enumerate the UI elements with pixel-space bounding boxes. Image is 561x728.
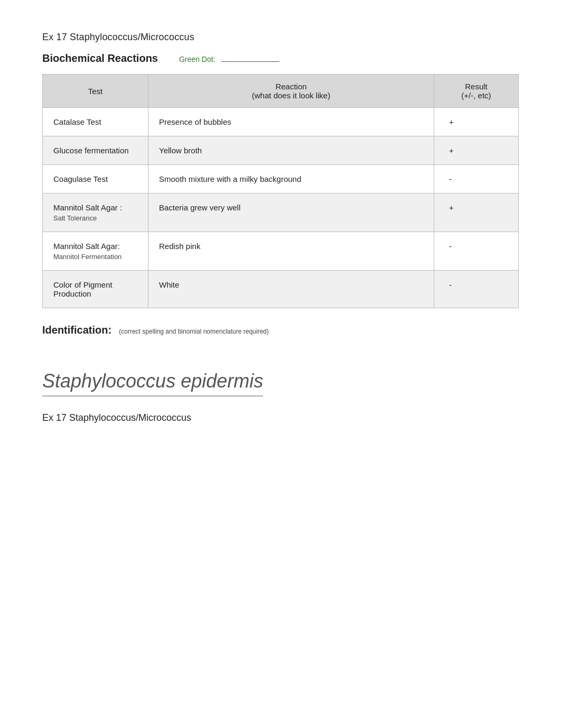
cell-reaction: Presence of bubbles — [148, 108, 434, 136]
cell-result: - — [434, 232, 519, 271]
table-row: Coagulase TestSmooth mixture with a milk… — [43, 165, 519, 193]
table-row: Color of Pigment ProductionWhite- — [43, 271, 519, 308]
cell-result: - — [434, 271, 519, 308]
identification-note: (correct spelling and binomial nomenclat… — [119, 328, 268, 335]
cell-test: Color of Pigment Production — [43, 271, 148, 308]
cell-reaction: Redish pink — [148, 232, 434, 271]
green-dot-row: Green Dot: — [179, 55, 279, 63]
page-title: Ex 17 Staphylococcus/Micrococcus — [42, 32, 519, 43]
cell-reaction: Bacteria grew very well — [148, 193, 434, 232]
cell-test: Mannitol Salt Agar :Salt Tolerance — [43, 193, 148, 232]
biochemical-header: Biochemical Reactions Green Dot: — [42, 52, 519, 64]
cell-test-sub: Salt Tolerance — [53, 214, 137, 222]
table-row: Mannitol Salt Agar :Salt ToleranceBacter… — [43, 193, 519, 232]
header-test: Test — [43, 75, 148, 108]
table-row: Glucose fermentationYellow broth+ — [43, 136, 519, 165]
table-header-row: Test Reaction (what does it look like) R… — [43, 75, 519, 108]
cell-reaction: Yellow broth — [148, 136, 434, 165]
cell-test: Mannitol Salt Agar:Mannitol Fermentation — [43, 232, 148, 271]
cell-result: + — [434, 193, 519, 232]
header-reaction: Reaction (what does it look like) — [148, 75, 434, 108]
cell-reaction: Smooth mixture with a milky background — [148, 165, 434, 193]
cell-reaction: White — [148, 271, 434, 308]
identification-label: Identification: — [42, 324, 111, 336]
green-dot-line — [221, 61, 279, 62]
cell-test: Glucose fermentation — [43, 136, 148, 165]
biochemical-table: Test Reaction (what does it look like) R… — [42, 74, 519, 308]
identification-section: Identification: (correct spelling and bi… — [42, 324, 519, 397]
identification-answer: Staphylococcus epidermis — [42, 370, 263, 397]
cell-test: Catalase Test — [43, 108, 148, 136]
table-row: Mannitol Salt Agar:Mannitol Fermentation… — [43, 232, 519, 271]
cell-result: + — [434, 108, 519, 136]
table-row: Catalase TestPresence of bubbles+ — [43, 108, 519, 136]
biochemical-label: Biochemical Reactions — [42, 52, 158, 64]
green-dot-label: Green Dot: — [179, 55, 215, 63]
header-result: Result (+/-, etc) — [434, 75, 519, 108]
cell-test: Coagulase Test — [43, 165, 148, 193]
cell-test-sub: Mannitol Fermentation — [53, 253, 137, 261]
cell-result: - — [434, 165, 519, 193]
cell-result: + — [434, 136, 519, 165]
second-title: Ex 17 Staphylococcus/Micrococcus — [42, 412, 519, 423]
